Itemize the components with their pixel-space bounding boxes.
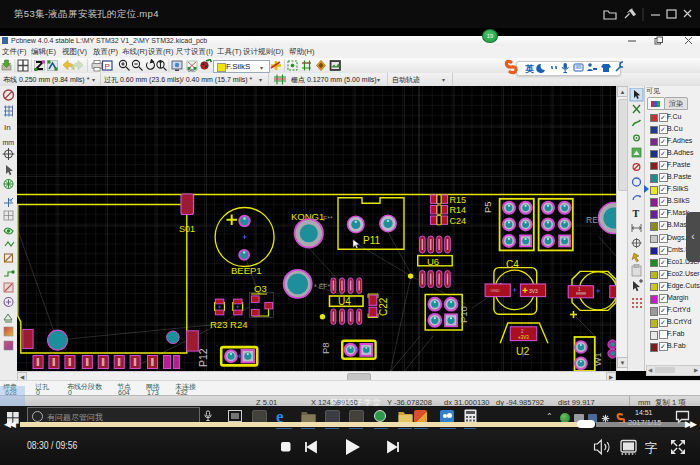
- svg-text:W1: W1: [593, 353, 603, 367]
- svg-text:In: In: [4, 123, 11, 132]
- svg-text:F**: F**: [323, 215, 333, 222]
- svg-text:DRC: DRC: [188, 69, 196, 72]
- svg-text:R14: R14: [450, 205, 467, 215]
- svg-text:P8: P8: [320, 342, 331, 354]
- svg-text:字: 字: [645, 441, 658, 455]
- svg-text:英: 英: [524, 64, 534, 74]
- svg-text:R15: R15: [450, 195, 467, 205]
- svg-text:P12: P12: [197, 348, 209, 367]
- svg-text:mm: mm: [2, 139, 14, 146]
- svg-text:P10: P10: [458, 306, 469, 323]
- svg-text:P11: P11: [363, 235, 380, 246]
- svg-text:S01: S01: [179, 224, 195, 234]
- svg-text:P: P: [105, 62, 110, 71]
- svg-text:T: T: [633, 208, 640, 219]
- svg-text:R23 R24: R23 R24: [210, 319, 248, 330]
- svg-text:BEEP1: BEEP1: [231, 265, 262, 276]
- svg-text:3V3: 3V3: [529, 288, 538, 294]
- svg-text:GND: GND: [491, 288, 500, 293]
- svg-text:+3V3: +3V3: [518, 335, 529, 340]
- svg-text:U4: U4: [338, 296, 351, 307]
- svg-text:RE: RE: [586, 215, 598, 225]
- svg-text:P5: P5: [482, 201, 493, 213]
- svg-text:C24: C24: [450, 216, 467, 226]
- svg-text:C22: C22: [378, 297, 389, 316]
- svg-text:**: **: [320, 282, 326, 289]
- svg-text:C4: C4: [506, 259, 519, 270]
- svg-text:U6: U6: [427, 256, 439, 267]
